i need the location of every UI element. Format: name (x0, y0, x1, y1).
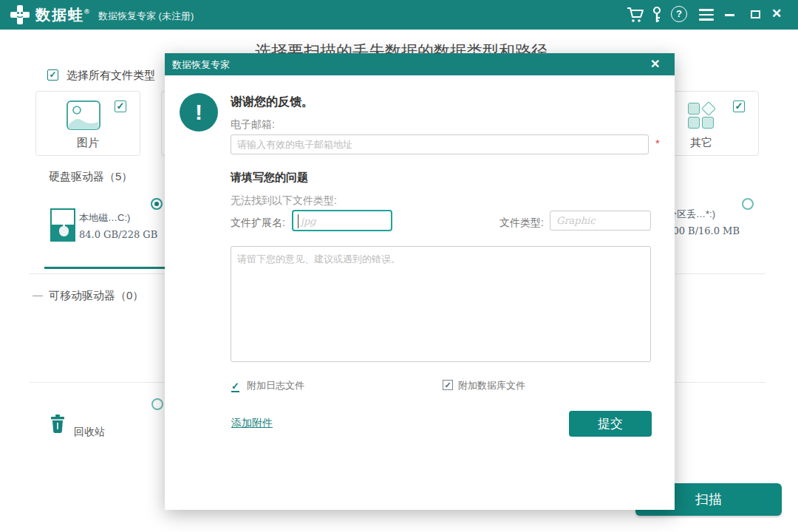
other-icon (688, 103, 700, 115)
maximize-icon[interactable] (751, 10, 760, 18)
email-label: 电子邮箱: (231, 118, 275, 132)
drive-capacity: 84.0 GB/228 GB (79, 229, 157, 240)
attach-log-label: 附加日志文件 (247, 379, 304, 392)
extension-placeholder: jpg (301, 216, 316, 227)
card-label: 其它 (690, 136, 794, 150)
app-subtitle: 数据恢复专家 (未注册) (98, 10, 194, 23)
exclamation-icon: ! (180, 93, 218, 132)
submit-button[interactable]: 提交 (569, 411, 652, 437)
extension-field[interactable]: jpg (292, 210, 392, 231)
trash-icon (50, 415, 65, 436)
other-icon (702, 117, 714, 129)
other-icon (701, 101, 716, 116)
window-close-icon[interactable]: ✕ (771, 6, 782, 21)
dialog-title-bar: 数据恢复专家 ✕ (165, 53, 675, 75)
help-icon[interactable]: ? (671, 6, 687, 22)
select-all-label: 选择所有文件类型 (66, 69, 155, 83)
add-attachment-link[interactable]: 添加附件 (231, 417, 273, 430)
feedback-dialog: 数据恢复专家 ✕ ! 谢谢您的反馈。 电子邮箱: * 请填写您的问题 无法找到以… (165, 53, 675, 510)
menu-icon[interactable] (699, 9, 714, 21)
key-icon[interactable] (652, 6, 662, 27)
card-label: 图片 (36, 136, 140, 150)
dialog-close-icon[interactable]: ✕ (650, 57, 660, 71)
title-bar: 数据蛙® 数据恢复专家 (未注册) ? ✕ (0, 0, 798, 30)
file-type-field[interactable] (550, 211, 651, 231)
drive-radio-selected[interactable] (151, 198, 163, 210)
registered-mark: ® (84, 8, 91, 16)
apple-logo-icon (59, 226, 69, 236)
attach-db-checkbox[interactable]: ✓ (443, 380, 453, 390)
comment-textarea[interactable] (231, 246, 651, 362)
question-subtext: 无法找到以下文件类型: (231, 194, 337, 208)
thanks-heading: 谢谢您的反馈。 (231, 95, 313, 110)
extension-label: 文件扩展名: (231, 216, 285, 230)
drive-name: 本地磁…C:) (79, 211, 130, 225)
cart-icon[interactable] (627, 7, 644, 26)
hard-drive-section-title: 硬盘驱动器（5） (49, 170, 132, 184)
question-section-header: 请填写您的问题 (231, 171, 308, 185)
picture-icon (66, 100, 101, 134)
drive-capacity: 0.00 B/16.0 MB (664, 225, 740, 236)
select-all-checkbox[interactable]: ✓ (47, 69, 58, 81)
collapse-dash-icon[interactable]: — (33, 289, 43, 301)
minimize-icon[interactable] (725, 14, 734, 16)
attach-log-checkbox[interactable]: ✓ (231, 381, 239, 392)
removable-section-title: 可移动驱动器（0） (49, 289, 143, 303)
recycle-bin-label: 回收站 (74, 426, 105, 439)
dialog-title: 数据恢复专家 (172, 58, 230, 72)
app-name: 数据蛙® (35, 5, 91, 25)
recycle-radio-unselected[interactable] (151, 398, 163, 410)
other-icon (688, 117, 700, 129)
attach-db-label: 附加数据库文件 (458, 379, 525, 392)
file-type-label: 文件类型: (499, 216, 544, 230)
app-logo-icon (9, 4, 31, 26)
card-checkbox[interactable]: ✓ (115, 100, 126, 112)
selected-drive-underline (44, 267, 165, 269)
card-checkbox[interactable]: ✓ (733, 100, 745, 112)
app-window: 数据蛙® 数据恢复专家 (未注册) ? ✕ 选择要扫描的丢失数据的数据类型和路径… (0, 0, 798, 532)
email-field[interactable] (231, 134, 649, 154)
drive-radio-unselected[interactable] (742, 198, 754, 210)
text-cursor (298, 214, 299, 228)
file-type-card-pictures[interactable]: ✓ 图片 (35, 91, 140, 156)
required-asterisk: * (655, 137, 660, 149)
